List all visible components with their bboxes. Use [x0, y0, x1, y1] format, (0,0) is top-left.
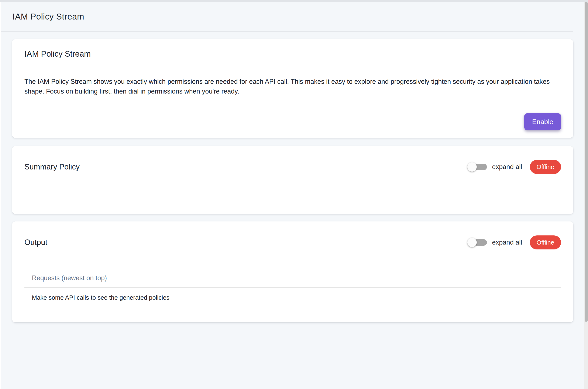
requests-divider — [24, 287, 561, 288]
requests-heading: Requests (newest on top) — [24, 274, 561, 282]
output-card: Output expand all Offline Requests (newe… — [12, 222, 573, 323]
output-expand-all-toggle[interactable] — [467, 238, 487, 247]
requests-section: Requests (newest on top) Make some API c… — [24, 274, 561, 301]
output-expand-all-label: expand all — [492, 239, 522, 246]
requests-empty-message: Make some API calls to see the generated… — [24, 294, 561, 301]
toggle-thumb — [467, 238, 477, 247]
vertical-scrollbar-track[interactable] — [584, 2, 588, 389]
main-content: IAM Policy Stream The IAM Policy Stream … — [12, 39, 573, 323]
summary-status-badge: Offline — [530, 160, 561, 174]
app-screen: IAM Policy Stream IAM Policy Stream The … — [0, 0, 588, 389]
intro-card: IAM Policy Stream The IAM Policy Stream … — [12, 39, 573, 138]
enable-button[interactable]: Enable — [524, 113, 561, 130]
page-left-edge — [0, 2, 1, 389]
vertical-scrollbar-thumb[interactable] — [585, 2, 588, 322]
summary-expand-all-label: expand all — [492, 163, 522, 171]
output-header-row: Output expand all Offline — [24, 235, 561, 249]
app-header: IAM Policy Stream — [1, 2, 573, 32]
page-title: IAM Policy Stream — [12, 12, 84, 21]
intro-card-title: IAM Policy Stream — [24, 49, 561, 59]
summary-expand-all-toggle[interactable] — [467, 162, 487, 172]
toggle-thumb — [467, 162, 477, 172]
intro-card-actions: Enable — [24, 113, 561, 130]
summary-policy-card: Summary Policy expand all Offline — [12, 146, 573, 214]
window-top-strip — [0, 0, 588, 2]
intro-card-description: The IAM Policy Stream shows you exactly … — [24, 77, 561, 96]
output-title: Output — [24, 238, 47, 247]
output-status-badge: Offline — [530, 235, 561, 249]
summary-policy-title: Summary Policy — [24, 162, 80, 171]
summary-policy-header-row: Summary Policy expand all Offline — [24, 160, 561, 174]
